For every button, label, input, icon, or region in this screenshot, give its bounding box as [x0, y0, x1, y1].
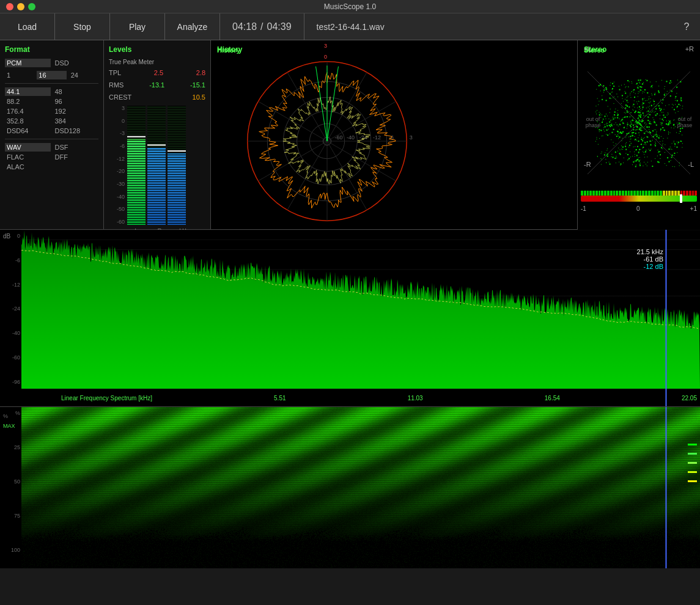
levels-panel: Levels True Peak Meter TPL 2.5 2.8 RMS -…	[104, 40, 211, 229]
correlation-meter	[581, 196, 697, 202]
minimize-button[interactable]	[17, 3, 24, 10]
format-dsd128[interactable]: DSD128	[53, 127, 99, 135]
vu-seg	[584, 191, 586, 196]
spectrogram-pct: %	[3, 413, 8, 419]
vu-seg	[628, 191, 630, 196]
format-wav[interactable]: WAV	[5, 143, 51, 152]
vu-seg	[607, 191, 610, 196]
vu-seg	[599, 191, 601, 196]
history-canvas	[211, 40, 431, 229]
format-sr441[interactable]: 44.1	[5, 87, 51, 96]
close-button[interactable]	[6, 3, 13, 10]
load-button[interactable]: Load	[0, 13, 55, 40]
format-filetypes: WAV DSF FLAC DFF ALAC	[5, 143, 98, 171]
vu-seg	[689, 191, 691, 196]
vu-seg	[587, 191, 589, 196]
spectrogram-max: MAX	[3, 423, 15, 429]
vu-seg	[622, 191, 624, 196]
format-pcm[interactable]: PCM	[5, 59, 51, 67]
format-alac[interactable]: ALAC	[5, 163, 51, 171]
correlation-labels: -1 0 +1	[581, 205, 697, 212]
toolbar: Load Stop Play Analyze 04:18 / 04:39 tes…	[0, 13, 700, 40]
vu-seg	[625, 191, 627, 196]
stop-button[interactable]: Stop	[55, 13, 110, 40]
rms-l-val: -13.1	[149, 81, 164, 89]
vu-seg	[648, 191, 650, 196]
history-panel: History	[211, 40, 578, 229]
format-grid: PCM DSD	[5, 59, 98, 67]
vu-seg	[654, 191, 657, 196]
vu-bar-l	[127, 106, 146, 225]
format-sr1764[interactable]: 176.4	[5, 107, 51, 116]
format-sr882[interactable]: 88.2	[5, 97, 51, 106]
stereo-plus-l: +L	[584, 45, 592, 53]
rms-row: RMS -13.1 -15.1	[109, 81, 205, 89]
true-peak-label: True Peak Meter	[109, 59, 205, 65]
info-db1: -61 dB	[637, 255, 663, 263]
vu-seg	[657, 191, 659, 196]
vu-seg	[663, 191, 665, 196]
corr-zero: 0	[636, 205, 640, 212]
vu-scale: 3 0 -3 -6 -12 -20 -30 -40 -50 -60	[109, 106, 127, 225]
format-flac[interactable]: FLAC	[5, 153, 51, 161]
app-title: MusicScope 1.0	[324, 2, 376, 11]
format-dsd[interactable]: DSD	[53, 59, 99, 67]
format-sr384[interactable]: 384	[53, 117, 99, 125]
corr-minus1: -1	[581, 205, 586, 212]
vu-seg	[686, 191, 688, 196]
help-button[interactable]: ?	[673, 13, 700, 40]
format-sr192[interactable]: 192	[53, 107, 99, 116]
format-panel: Format PCM DSD 1 16 24 44.1 48 88.2 96 1…	[0, 40, 104, 229]
stereo-panel: Stereo +L +R out of phase out of phase -…	[578, 40, 700, 229]
vu-seg	[674, 191, 677, 196]
vu-seg	[613, 191, 616, 196]
vu-seg	[694, 191, 697, 196]
vu-bar-lu	[168, 106, 186, 225]
vu-seg	[592, 191, 595, 196]
vu-meter-area: 3 0 -3 -6 -12 -20 -30 -40 -50 -60	[109, 106, 205, 225]
crest-row: CREST 10.5	[109, 94, 205, 101]
format-dsf[interactable]: DSF	[53, 143, 99, 152]
format-title: Format	[5, 45, 98, 54]
vu-seg	[642, 191, 644, 196]
levels-title: Levels	[109, 45, 205, 54]
vu-seg	[671, 191, 674, 196]
titlebar: MusicScope 1.0	[0, 0, 700, 13]
fullscreen-button[interactable]	[28, 3, 35, 10]
correlation-marker	[680, 194, 682, 203]
vu-seg	[595, 191, 598, 196]
format-ch1[interactable]: 1	[5, 71, 34, 79]
info-freq: 21.5 kHz	[637, 248, 663, 255]
tpl-label: TPL	[109, 69, 121, 76]
filename-display: test2-16-44.1.wav	[304, 13, 673, 40]
analyze-button[interactable]: Analyze	[165, 13, 220, 40]
vu-seg	[630, 191, 633, 196]
format-bit24[interactable]: 24	[69, 71, 98, 79]
vu-seg	[668, 191, 671, 196]
format-sr48[interactable]: 48	[53, 87, 99, 96]
vu-seg	[619, 191, 621, 196]
tpl-r-val: 2.8	[196, 69, 205, 76]
vu-seg	[645, 191, 647, 196]
corr-plus1: +1	[690, 205, 697, 212]
format-sr3528[interactable]: 352.8	[5, 117, 51, 125]
format-bit16[interactable]: 16	[37, 71, 66, 79]
format-sr96[interactable]: 96	[53, 97, 99, 106]
vu-seg	[601, 191, 603, 196]
tpl-l-val: 2.5	[154, 69, 163, 76]
vu-seg	[639, 191, 642, 196]
format-dsd64[interactable]: DSD64	[5, 127, 51, 135]
spectrum-panel: dB 0 -6 -12 -24 -40 -60 -96 21.5 kHz -61…	[0, 230, 700, 407]
spectrum-scale: 0 -6 -12 -24 -40 -60 -96	[0, 230, 21, 388]
rms-label: RMS	[109, 81, 123, 89]
format-dff[interactable]: DFF	[53, 153, 99, 161]
spectrogram-panel: % 25 50 75 100 % MAX	[0, 407, 700, 568]
playback-time: 04:18 / 04:39	[220, 13, 304, 40]
spectrogram-scale: % 25 50 75 100	[0, 407, 21, 556]
freq-551: 5.51	[274, 395, 286, 402]
stereo-out-phase-l: out of phase	[581, 116, 605, 128]
stereo-minus-r: -R	[584, 161, 591, 168]
crest-val: 10.5	[193, 94, 205, 101]
play-button[interactable]: Play	[110, 13, 165, 40]
spectrogram-canvas	[0, 407, 700, 568]
